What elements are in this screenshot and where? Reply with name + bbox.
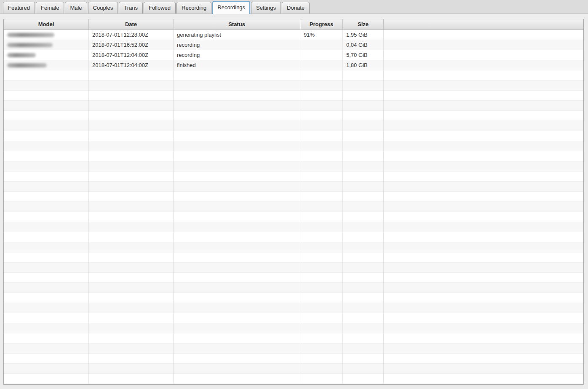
cell-filler: [384, 232, 583, 242]
cell-filler: [384, 101, 583, 111]
cell-progress: [300, 283, 343, 293]
cell-size: [343, 202, 384, 212]
cell-status: finished: [174, 60, 300, 70]
empty-row: [4, 354, 583, 364]
tab-recordings[interactable]: Recordings: [212, 1, 250, 14]
cell-model: [4, 293, 89, 303]
cell-progress: [300, 343, 343, 354]
empty-row: [4, 232, 583, 242]
cell-filler: [384, 60, 583, 70]
empty-row: [4, 80, 583, 91]
cell-progress: [300, 182, 343, 192]
table-body: 2018-07-01T12:28:00Zgenerating playlist9…: [4, 30, 583, 384]
cell-size: [343, 70, 384, 80]
cell-size: 1,80 GiB: [343, 60, 384, 70]
cell-size: [343, 252, 384, 263]
cell-status: [174, 202, 300, 212]
cell-date: [89, 212, 174, 222]
cell-date: [89, 333, 174, 343]
cell-size: [343, 354, 384, 364]
cell-model: [4, 111, 89, 121]
cell-filler: [384, 212, 583, 222]
cell-date: [89, 141, 174, 151]
tab-recording[interactable]: Recording: [176, 2, 211, 13]
cell-filler: [384, 313, 583, 323]
empty-row: [4, 172, 583, 182]
cell-date: [89, 121, 174, 131]
cell-progress: [300, 121, 343, 131]
cell-model: [4, 182, 89, 192]
header-cell-status[interactable]: Status: [174, 19, 300, 30]
cell-progress: [300, 202, 343, 212]
empty-row: [4, 364, 583, 374]
cell-model: [4, 283, 89, 293]
cell-filler: [384, 141, 583, 151]
cell-size: [343, 364, 384, 374]
cell-size: [343, 263, 384, 273]
tab-settings[interactable]: Settings: [251, 2, 281, 13]
header-cell-filler[interactable]: [384, 19, 583, 30]
tab-followed[interactable]: Followed: [144, 2, 176, 13]
cell-model: [4, 91, 89, 101]
cell-date: [89, 131, 174, 141]
tab-donate[interactable]: Donate: [282, 2, 310, 13]
cell-filler: [384, 80, 583, 91]
cell-status: [174, 252, 300, 263]
cell-date: [89, 242, 174, 252]
cell-status: [174, 323, 300, 333]
cell-model: [4, 101, 89, 111]
tab-trans[interactable]: Trans: [119, 2, 143, 13]
header-cell-date[interactable]: Date: [89, 19, 174, 30]
cell-model: [4, 374, 89, 384]
empty-row: [4, 343, 583, 354]
cell-filler: [384, 343, 583, 354]
cell-model: [4, 343, 89, 354]
cell-filler: [384, 182, 583, 192]
cell-date: [89, 80, 174, 91]
tab-featured[interactable]: Featured: [3, 2, 35, 13]
tab-female[interactable]: Female: [36, 2, 64, 13]
header-cell-progress[interactable]: Progress: [300, 19, 343, 30]
cell-progress: [300, 232, 343, 242]
cell-status: [174, 273, 300, 283]
cell-date: [89, 192, 174, 202]
cell-status: [174, 232, 300, 242]
cell-model: [4, 232, 89, 242]
cell-date: 2018-07-01T12:04:00Z: [89, 50, 174, 60]
empty-row: [4, 303, 583, 313]
cell-progress: [300, 313, 343, 323]
cell-model: [4, 30, 89, 40]
cell-model: [4, 80, 89, 91]
cell-date: [89, 252, 174, 263]
cell-filler: [384, 121, 583, 131]
cell-model: [4, 313, 89, 323]
cell-model: [4, 354, 89, 364]
empty-row: [4, 121, 583, 131]
cell-model: [4, 333, 89, 343]
cell-status: [174, 283, 300, 293]
header-cell-model[interactable]: Model: [4, 19, 89, 30]
cell-status: recording: [174, 50, 300, 60]
cell-date: [89, 283, 174, 293]
table-row[interactable]: 2018-07-01T12:04:00Zrecording5,70 GiB: [4, 50, 583, 60]
table-row[interactable]: 2018-07-01T12:04:00Zfinished1,80 GiB: [4, 60, 583, 70]
cell-status: [174, 172, 300, 182]
empty-row: [4, 192, 583, 202]
empty-row: [4, 161, 583, 172]
cell-progress: [300, 212, 343, 222]
cell-status: [174, 303, 300, 313]
cell-status: [174, 131, 300, 141]
cell-progress: [300, 252, 343, 263]
cell-progress: [300, 101, 343, 111]
empty-row: [4, 273, 583, 283]
cell-filler: [384, 333, 583, 343]
cell-size: [343, 323, 384, 333]
table-row[interactable]: 2018-07-01T12:28:00Zgenerating playlist9…: [4, 30, 583, 40]
tab-couples[interactable]: Couples: [88, 2, 118, 13]
cell-status: [174, 333, 300, 343]
header-cell-size[interactable]: Size: [343, 19, 384, 30]
table-row[interactable]: 2018-07-01T16:52:00Zrecording0,04 GiB: [4, 40, 583, 50]
cell-model: [4, 141, 89, 151]
tab-male[interactable]: Male: [65, 2, 87, 13]
cell-size: 5,70 GiB: [343, 50, 384, 60]
